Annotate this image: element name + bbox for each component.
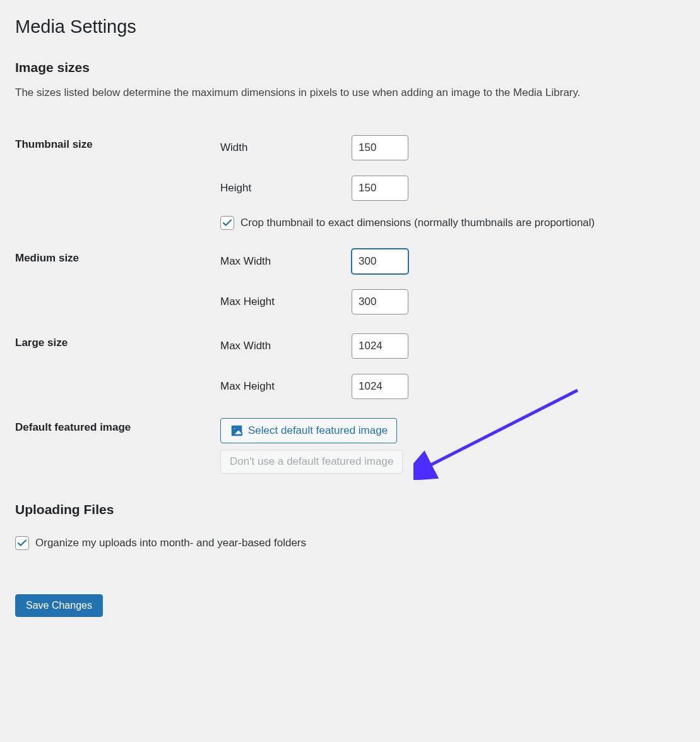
default-featured-label: Default featured image [15,409,214,489]
thumbnail-width-input[interactable] [352,135,408,160]
remove-default-featured-label: Don't use a default featured image [230,455,393,468]
remove-default-featured-button[interactable]: Don't use a default featured image [220,450,403,474]
medium-max-width-input[interactable] [352,249,408,274]
image-icon [230,424,244,438]
save-changes-button[interactable]: Save Changes [15,594,103,617]
medium-max-width-label: Max Width [220,255,352,268]
select-default-featured-button[interactable]: Select default featured image [220,418,397,443]
svg-point-1 [234,428,235,429]
organize-uploads-checkbox[interactable] [15,536,29,550]
image-sizes-heading: Image sizes [15,60,685,75]
image-sizes-description: The sizes listed below determine the max… [15,87,685,99]
uploading-files-heading: Uploading Files [15,502,685,517]
medium-max-height-label: Max Height [220,296,352,308]
thumbnail-width-label: Width [220,141,352,154]
thumbnail-crop-label[interactable]: Crop thumbnail to exact dimensions (norm… [240,217,595,229]
large-max-height-label: Max Height [220,380,352,393]
medium-max-height-input[interactable] [352,289,408,314]
image-sizes-table: Thumbnail size Width Height Crop thumbna… [15,126,685,489]
thumbnail-size-label: Thumbnail size [15,126,214,239]
medium-size-label: Medium size [15,239,214,324]
thumbnail-height-label: Height [220,182,352,194]
select-default-featured-label: Select default featured image [248,424,388,437]
large-max-height-input[interactable] [352,374,408,399]
large-max-width-input[interactable] [352,333,408,359]
page-title: Media Settings [15,16,685,37]
large-max-width-label: Max Width [220,340,352,352]
thumbnail-crop-checkbox[interactable] [220,216,234,230]
organize-uploads-label[interactable]: Organize my uploads into month- and year… [35,537,306,549]
check-icon [16,537,28,549]
large-size-label: Large size [15,324,214,409]
thumbnail-height-input[interactable] [352,176,408,201]
check-icon [222,217,233,229]
